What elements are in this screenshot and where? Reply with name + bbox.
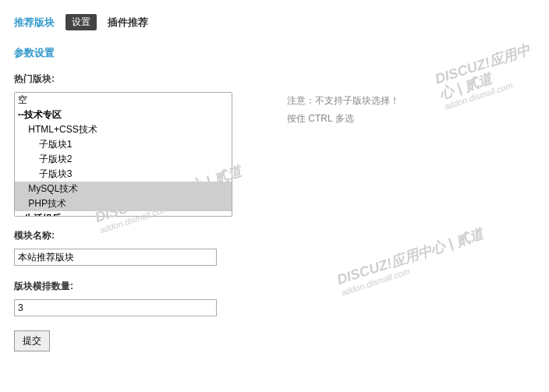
section-title: 参数设置: [14, 46, 541, 60]
column-count-input[interactable]: [14, 299, 217, 316]
hot-forums-label: 热门版块:: [14, 72, 541, 86]
column-count-label: 版块横排数量:: [14, 280, 541, 293]
hot-forums-listbox[interactable]: 空 --技术专区 HTML+CSS技术 子版块1 子版块2 子版块3 MySQL…: [14, 92, 232, 217]
module-name-label: 模块名称:: [14, 229, 541, 242]
list-item[interactable]: PHP技术: [15, 196, 232, 211]
tab-recommend[interactable]: 推荐版块: [14, 16, 55, 30]
submit-button[interactable]: 提交: [14, 330, 50, 351]
list-item[interactable]: 子版块3: [15, 167, 232, 182]
list-item[interactable]: --技术专区: [15, 108, 232, 122]
list-item[interactable]: MySQL技术: [15, 182, 232, 196]
tab-plugin[interactable]: 插件推荐: [108, 16, 148, 30]
list-item[interactable]: 子版块1: [15, 137, 232, 152]
list-item[interactable]: 空: [15, 93, 232, 108]
tab-settings[interactable]: 设置: [66, 14, 97, 30]
list-item[interactable]: --生活娱乐: [15, 211, 232, 217]
module-name-input[interactable]: [14, 249, 217, 266]
tab-bar: 推荐版块 设置 插件推荐: [14, 14, 541, 30]
list-item[interactable]: HTML+CSS技术: [15, 122, 232, 137]
list-item[interactable]: 子版块2: [15, 152, 232, 167]
hint-text: 注意：不支持子版块选择！ 按住 CTRL 多选: [287, 92, 399, 128]
